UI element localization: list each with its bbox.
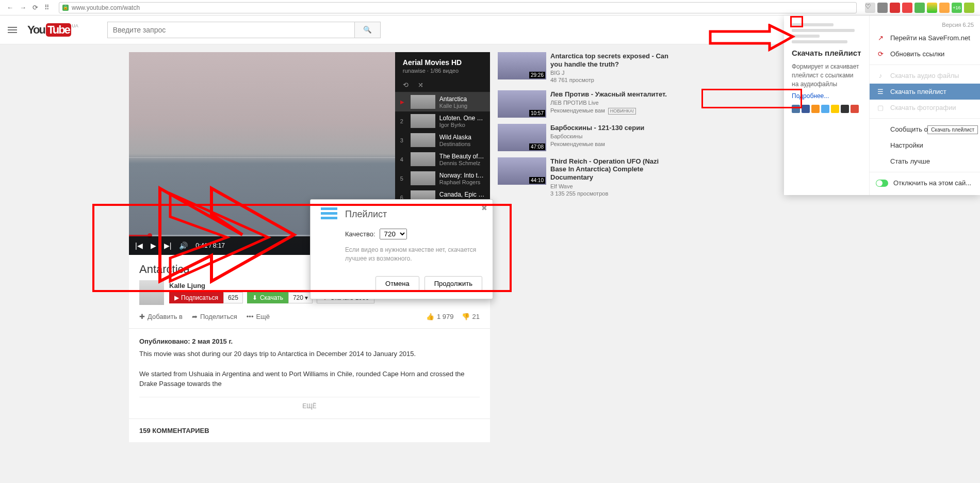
recommendation-item[interactable]: 10:57Лев Против - Ужасный менталитет.ЛЕВ… <box>498 90 671 118</box>
vk-icon[interactable] <box>792 105 800 113</box>
ext-playlist[interactable]: ☰Скачать плейлист <box>870 84 980 100</box>
ext-better[interactable]: Стать лучше <box>870 153 980 169</box>
goto-icon: ↗ <box>876 34 885 42</box>
refresh-icon: ⟳ <box>876 50 885 58</box>
audio-icon: ♪ <box>876 72 885 79</box>
nav-buttons: ← → ⟳ ⠿ <box>3 4 54 11</box>
apps-icon[interactable]: ⠿ <box>44 4 50 11</box>
ext-left-desc: Формирует и скачивает плейлист с ссылкам… <box>792 62 861 88</box>
fb-icon[interactable] <box>802 105 810 113</box>
share-button[interactable]: ➦ Поделиться <box>192 313 237 320</box>
search-input[interactable] <box>107 22 355 38</box>
repeat-icon[interactable]: ⟲ <box>403 81 409 89</box>
continue-button[interactable]: Продолжить <box>424 276 482 291</box>
video-description: Опубликовано: 2 мая 2015 г. This movie w… <box>129 329 490 419</box>
add-to-button[interactable]: ✚ Добавить в <box>139 313 183 320</box>
ext-goto[interactable]: ↗Перейти на SaveFrom.net <box>870 30 980 46</box>
playlist-item[interactable]: 2Lofoten. One Flew over NorwayIgor Byrko <box>395 111 490 131</box>
browser-toolbar: ← → ⟳ ⠿ 🔒 ♡ +16 <box>0 0 980 15</box>
publish-date: Опубликовано: 2 мая 2015 г. <box>139 336 480 347</box>
playlist-item[interactable]: 4The Beauty of the LofotenDennis Schmelz <box>395 150 490 169</box>
volume-icon[interactable]: 🔊 <box>179 242 188 250</box>
playlist-icon <box>321 207 337 221</box>
recommendations: 29:26Antarctica top secrets exposed - Ca… <box>498 52 671 442</box>
playlist-item[interactable]: 3Wild AlaskaDestinations <box>395 131 490 150</box>
playlist-dialog: ✖ Плейлист Качество: 720 Если видео в ну… <box>310 199 493 299</box>
playlist-item[interactable]: 5Norway: Into the Arctic 4KRaphael Roger… <box>395 169 490 188</box>
more-button[interactable]: ••• Ещё <box>247 313 270 320</box>
ext-tooltip: Скачать плейлист <box>927 125 978 134</box>
description-text-2: We started from Ushuaia in Argentina and… <box>139 369 480 389</box>
lock-icon: 🔒 <box>62 5 69 11</box>
ext-globe-icon[interactable] <box>877 3 888 13</box>
subscriber-count: 625 <box>223 292 243 303</box>
prev-icon[interactable]: |◀ <box>135 242 143 250</box>
search-button[interactable]: 🔍 <box>355 22 381 38</box>
dislike-button[interactable]: 👎 21 <box>462 313 480 320</box>
comments-header: 159 КОММЕНТАРИЕВ <box>129 419 490 442</box>
ok-icon[interactable] <box>811 105 820 113</box>
lj-icon[interactable] <box>841 105 849 113</box>
next-icon[interactable]: ▶| <box>164 242 172 250</box>
dialog-hint: Если видео в нужном качестве нет, скачае… <box>345 246 482 263</box>
mail-icon[interactable] <box>831 105 839 113</box>
reload-icon[interactable]: ⟳ <box>32 4 38 11</box>
dialog-title: Плейлист <box>345 209 387 220</box>
ext-red-icon[interactable] <box>902 3 912 13</box>
ext-audio: ♪Скачать аудио файлы <box>870 68 980 84</box>
logo-country: UA <box>72 23 78 28</box>
forward-icon[interactable]: → <box>20 4 26 11</box>
recommendation-item[interactable]: 47:08Барбоскины - 121-130 серииБарбоскин… <box>498 124 671 151</box>
shuffle-icon[interactable]: ⤨ <box>418 81 423 89</box>
ext-settings[interactable]: Настройки <box>870 137 980 153</box>
quality-select[interactable]: 720 <box>380 229 407 239</box>
ext-multi-icon[interactable] <box>927 3 937 13</box>
list-icon: ☰ <box>876 88 885 95</box>
back-icon[interactable]: ← <box>7 4 13 11</box>
play-icon[interactable]: ▶ <box>151 242 156 250</box>
playlist-title: Aerial Movies HD <box>403 58 482 67</box>
youtube-logo[interactable]: YouTube UA <box>27 23 71 37</box>
social-icons <box>792 105 861 113</box>
toggle-icon[interactable] <box>876 180 888 187</box>
ext-version: Версия 6.25 <box>870 20 980 30</box>
quality-label: Качество: <box>345 230 375 238</box>
skeleton-icon <box>792 23 861 43</box>
download-quality[interactable]: 720 ▾ <box>288 292 313 303</box>
ext-abp-icon[interactable] <box>890 3 900 13</box>
ext-heart-icon[interactable]: ♡ <box>865 3 875 13</box>
description-text: This movie was shot during our 20 days t… <box>139 349 480 359</box>
recommendation-item[interactable]: 29:26Antarctica top secrets exposed - Ca… <box>498 52 671 84</box>
photo-icon: ▢ <box>876 104 885 111</box>
extension-popup: Скачать плейлист Формирует и скачивает п… <box>784 15 980 195</box>
playlist-meta: runawise · 1/86 видео <box>403 68 482 74</box>
gp-icon[interactable] <box>851 105 859 113</box>
ext-savefrom-icon[interactable] <box>964 3 974 13</box>
search-box: 🔍 <box>107 22 381 38</box>
ext-more-link[interactable]: Подробнее... <box>792 92 861 100</box>
cancel-button[interactable]: Отмена <box>375 276 419 291</box>
ext-orange-icon[interactable] <box>939 3 950 13</box>
ext-green-icon[interactable] <box>914 3 925 13</box>
menu-icon[interactable] <box>8 27 17 33</box>
time-display: 0:41 / 8:17 <box>195 242 225 249</box>
ext-left-title: Скачать плейлист <box>792 49 861 57</box>
recommendation-item[interactable]: 44:10Third Reich - Operation UFO (Nazi B… <box>498 157 671 197</box>
close-icon[interactable]: ✖ <box>481 204 487 212</box>
ext-disable[interactable]: Отключить на этом сай... <box>870 175 980 191</box>
download-button[interactable]: ⬇ Скачать <box>247 292 288 303</box>
tw-icon[interactable] <box>821 105 829 113</box>
like-button[interactable]: 👍 1 979 <box>426 313 454 320</box>
show-more-button[interactable]: ЕЩЁ <box>139 397 480 411</box>
url-input[interactable] <box>72 4 853 11</box>
address-bar[interactable]: 🔒 <box>59 2 857 13</box>
extensions-bar: ♡ +16 <box>862 3 977 13</box>
author-avatar[interactable] <box>139 280 164 305</box>
playlist-item[interactable]: ▶AntarcticaKalle Ljung <box>395 92 490 111</box>
ext-counter-icon[interactable]: +16 <box>952 3 962 13</box>
ext-photos: ▢Скачать фотографии <box>870 100 980 116</box>
ext-refresh[interactable]: ⟳Обновить ссылки <box>870 46 980 62</box>
subscribe-button[interactable]: ▶ Подписаться <box>169 292 223 303</box>
